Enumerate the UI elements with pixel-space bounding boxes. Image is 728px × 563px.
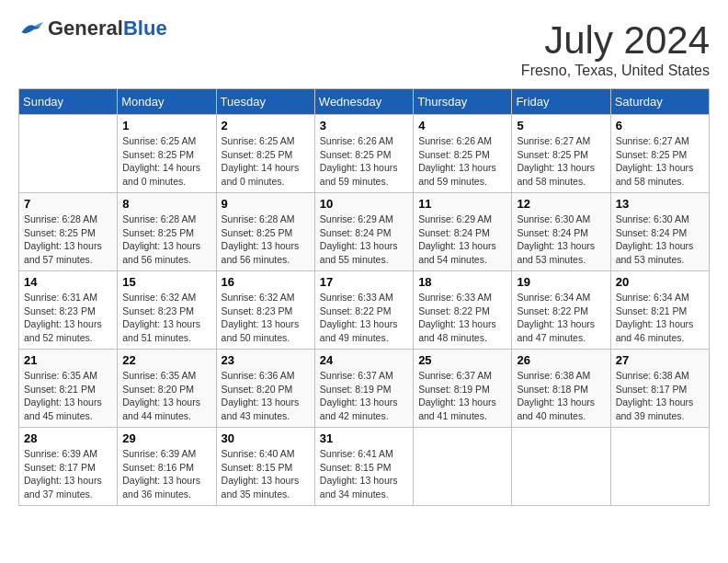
day-info: Sunrise: 6:32 AM Sunset: 8:23 PM Dayligh…	[122, 291, 210, 345]
day-info: Sunrise: 6:27 AM Sunset: 8:25 PM Dayligh…	[616, 134, 704, 189]
calendar-cell	[610, 428, 709, 506]
calendar-cell: 10Sunrise: 6:29 AM Sunset: 8:24 PM Dayli…	[314, 193, 413, 271]
calendar-cell: 30Sunrise: 6:40 AM Sunset: 8:15 PM Dayli…	[216, 428, 314, 506]
day-number: 26	[517, 353, 605, 367]
day-number: 3	[320, 119, 408, 132]
calendar-cell: 5Sunrise: 6:27 AM Sunset: 8:25 PM Daylig…	[512, 115, 610, 193]
day-number: 4	[418, 119, 506, 132]
day-info: Sunrise: 6:35 AM Sunset: 8:20 PM Dayligh…	[122, 369, 210, 423]
calendar-week-row: 7Sunrise: 6:28 AM Sunset: 8:25 PM Daylig…	[19, 193, 710, 271]
weekday-header-row: SundayMondayTuesdayWednesdayThursdayFrid…	[19, 89, 710, 115]
calendar-cell: 11Sunrise: 6:29 AM Sunset: 8:24 PM Dayli…	[414, 193, 512, 271]
day-info: Sunrise: 6:37 AM Sunset: 8:19 PM Dayligh…	[418, 369, 506, 423]
calendar-cell: 7Sunrise: 6:28 AM Sunset: 8:25 PM Daylig…	[19, 193, 118, 271]
calendar-cell: 2Sunrise: 6:25 AM Sunset: 8:25 PM Daylig…	[216, 115, 314, 193]
day-number: 21	[24, 353, 112, 367]
day-info: Sunrise: 6:26 AM Sunset: 8:25 PM Dayligh…	[320, 134, 408, 189]
month-title: July 2024	[521, 18, 710, 63]
day-number: 18	[418, 275, 506, 289]
day-info: Sunrise: 6:25 AM Sunset: 8:25 PM Dayligh…	[122, 134, 210, 189]
calendar-table: SundayMondayTuesdayWednesdayThursdayFrid…	[18, 88, 710, 506]
calendar-cell: 21Sunrise: 6:35 AM Sunset: 8:21 PM Dayli…	[19, 350, 118, 428]
day-number: 6	[616, 119, 704, 132]
day-info: Sunrise: 6:34 AM Sunset: 8:21 PM Dayligh…	[616, 291, 704, 345]
day-number: 27	[616, 353, 704, 367]
day-info: Sunrise: 6:39 AM Sunset: 8:17 PM Dayligh…	[24, 447, 112, 501]
calendar-cell: 8Sunrise: 6:28 AM Sunset: 8:25 PM Daylig…	[118, 193, 216, 271]
calendar-cell: 15Sunrise: 6:32 AM Sunset: 8:23 PM Dayli…	[118, 271, 216, 350]
day-info: Sunrise: 6:41 AM Sunset: 8:15 PM Dayligh…	[320, 447, 408, 501]
day-info: Sunrise: 6:29 AM Sunset: 8:24 PM Dayligh…	[418, 213, 506, 267]
calendar-cell	[19, 115, 118, 193]
calendar-cell: 25Sunrise: 6:37 AM Sunset: 8:19 PM Dayli…	[414, 350, 512, 428]
day-number: 19	[517, 275, 605, 289]
day-number: 25	[418, 353, 506, 367]
calendar-week-row: 28Sunrise: 6:39 AM Sunset: 8:17 PM Dayli…	[19, 428, 710, 506]
day-number: 7	[24, 197, 112, 211]
calendar-cell: 20Sunrise: 6:34 AM Sunset: 8:21 PM Dayli…	[610, 271, 709, 350]
calendar-cell: 3Sunrise: 6:26 AM Sunset: 8:25 PM Daylig…	[314, 115, 413, 193]
day-info: Sunrise: 6:36 AM Sunset: 8:20 PM Dayligh…	[222, 369, 310, 423]
logo-bird-icon	[18, 19, 44, 38]
calendar-cell: 29Sunrise: 6:39 AM Sunset: 8:16 PM Dayli…	[118, 428, 216, 506]
calendar-week-row: 14Sunrise: 6:31 AM Sunset: 8:23 PM Dayli…	[19, 271, 710, 350]
day-number: 28	[24, 431, 112, 445]
day-number: 9	[222, 197, 310, 211]
day-number: 8	[122, 197, 210, 211]
calendar-cell: 4Sunrise: 6:26 AM Sunset: 8:25 PM Daylig…	[414, 115, 512, 193]
day-number: 11	[418, 197, 506, 211]
day-info: Sunrise: 6:29 AM Sunset: 8:24 PM Dayligh…	[320, 213, 408, 267]
day-info: Sunrise: 6:28 AM Sunset: 8:25 PM Dayligh…	[24, 213, 112, 267]
calendar-cell: 27Sunrise: 6:38 AM Sunset: 8:17 PM Dayli…	[610, 350, 709, 428]
weekday-header: Thursday	[414, 89, 512, 115]
calendar-cell: 28Sunrise: 6:39 AM Sunset: 8:17 PM Dayli…	[19, 428, 118, 506]
weekday-header: Sunday	[19, 89, 118, 115]
day-info: Sunrise: 6:33 AM Sunset: 8:22 PM Dayligh…	[320, 291, 408, 345]
day-number: 31	[320, 431, 408, 445]
calendar-cell	[414, 428, 512, 506]
day-number: 1	[122, 119, 210, 132]
calendar-cell: 1Sunrise: 6:25 AM Sunset: 8:25 PM Daylig…	[118, 115, 216, 193]
calendar-cell: 22Sunrise: 6:35 AM Sunset: 8:20 PM Dayli…	[118, 350, 216, 428]
day-number: 30	[222, 431, 310, 445]
day-info: Sunrise: 6:26 AM Sunset: 8:25 PM Dayligh…	[418, 134, 506, 189]
day-info: Sunrise: 6:30 AM Sunset: 8:24 PM Dayligh…	[517, 213, 605, 267]
day-number: 20	[616, 275, 704, 289]
logo-text: GeneralBlue	[48, 18, 167, 39]
weekday-header: Friday	[512, 89, 610, 115]
day-number: 22	[122, 353, 210, 367]
calendar-cell: 9Sunrise: 6:28 AM Sunset: 8:25 PM Daylig…	[216, 193, 314, 271]
weekday-header: Saturday	[610, 89, 709, 115]
day-info: Sunrise: 6:25 AM Sunset: 8:25 PM Dayligh…	[222, 134, 310, 189]
day-info: Sunrise: 6:28 AM Sunset: 8:25 PM Dayligh…	[222, 213, 310, 267]
day-number: 15	[122, 275, 210, 289]
calendar-week-row: 1Sunrise: 6:25 AM Sunset: 8:25 PM Daylig…	[19, 115, 710, 193]
day-number: 23	[222, 353, 310, 367]
calendar-cell: 31Sunrise: 6:41 AM Sunset: 8:15 PM Dayli…	[314, 428, 413, 506]
calendar-cell: 12Sunrise: 6:30 AM Sunset: 8:24 PM Dayli…	[512, 193, 610, 271]
day-number: 14	[24, 275, 112, 289]
calendar-cell: 26Sunrise: 6:38 AM Sunset: 8:18 PM Dayli…	[512, 350, 610, 428]
day-number: 2	[222, 119, 310, 132]
weekday-header: Monday	[118, 89, 216, 115]
day-info: Sunrise: 6:35 AM Sunset: 8:21 PM Dayligh…	[24, 369, 112, 423]
calendar-cell: 24Sunrise: 6:37 AM Sunset: 8:19 PM Dayli…	[314, 350, 413, 428]
day-info: Sunrise: 6:28 AM Sunset: 8:25 PM Dayligh…	[122, 213, 210, 267]
day-info: Sunrise: 6:37 AM Sunset: 8:19 PM Dayligh…	[320, 369, 408, 423]
calendar-cell: 17Sunrise: 6:33 AM Sunset: 8:22 PM Dayli…	[314, 271, 413, 350]
day-number: 17	[320, 275, 408, 289]
day-info: Sunrise: 6:30 AM Sunset: 8:24 PM Dayligh…	[616, 213, 704, 267]
calendar-week-row: 21Sunrise: 6:35 AM Sunset: 8:21 PM Dayli…	[19, 350, 710, 428]
day-number: 5	[517, 119, 605, 132]
calendar-cell: 14Sunrise: 6:31 AM Sunset: 8:23 PM Dayli…	[19, 271, 118, 350]
location: Fresno, Texas, United States	[521, 63, 710, 79]
day-info: Sunrise: 6:34 AM Sunset: 8:22 PM Dayligh…	[517, 291, 605, 345]
weekday-header: Wednesday	[314, 89, 413, 115]
day-info: Sunrise: 6:38 AM Sunset: 8:17 PM Dayligh…	[616, 369, 704, 423]
page-header: GeneralBlue July 2024 Fresno, Texas, Uni…	[18, 18, 710, 79]
title-block: July 2024 Fresno, Texas, United States	[521, 18, 710, 79]
calendar-cell: 19Sunrise: 6:34 AM Sunset: 8:22 PM Dayli…	[512, 271, 610, 350]
calendar-cell: 6Sunrise: 6:27 AM Sunset: 8:25 PM Daylig…	[610, 115, 709, 193]
day-number: 24	[320, 353, 408, 367]
day-number: 10	[320, 197, 408, 211]
